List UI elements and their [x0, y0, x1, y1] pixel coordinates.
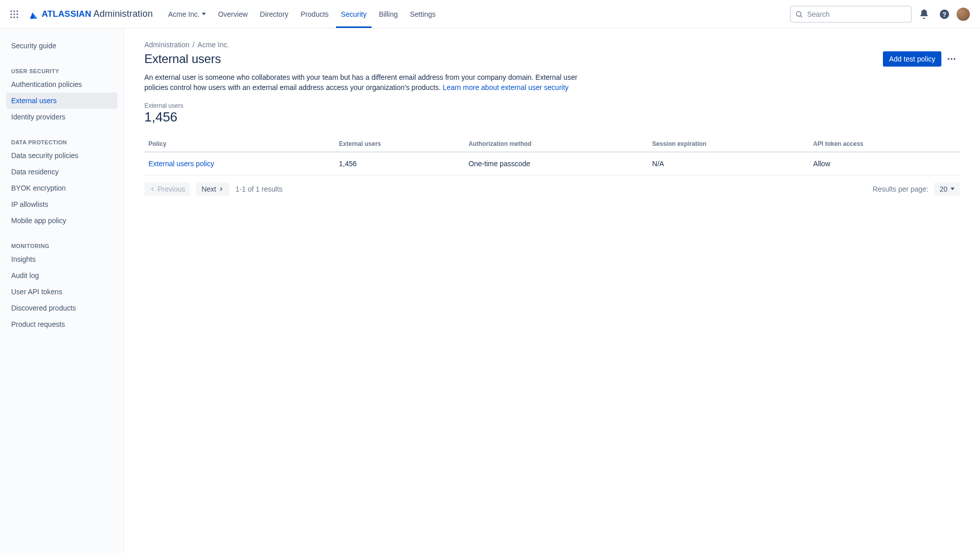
breadcrumb: Administration / Acme Inc.: [144, 41, 960, 49]
primary-nav: Acme Inc. Overview Directory Products Se…: [163, 0, 441, 28]
sidebar-item-external-users[interactable]: External users: [6, 93, 117, 109]
svg-point-2: [17, 10, 18, 12]
main-content: Administration / Acme Inc. External user…: [124, 28, 980, 553]
nav-directory[interactable]: Directory: [255, 0, 293, 28]
svg-text:?: ?: [942, 10, 946, 18]
nav-billing[interactable]: Billing: [374, 0, 403, 28]
app-switcher-icon: [10, 10, 19, 19]
cell-external-users: 1,456: [335, 152, 465, 175]
results-per-page-value: 20: [939, 185, 947, 193]
bell-icon: [918, 9, 930, 20]
svg-point-15: [954, 58, 955, 59]
sidebar-item-authentication-policies[interactable]: Authentication policies: [6, 76, 117, 93]
svg-point-0: [11, 10, 12, 12]
nav-products[interactable]: Products: [295, 0, 333, 28]
sidebar-item-user-api-tokens[interactable]: User API tokens: [6, 284, 117, 300]
table-header-row: Policy External users Authorization meth…: [144, 136, 960, 152]
nav-security[interactable]: Security: [336, 0, 372, 28]
nav-overview[interactable]: Overview: [213, 0, 253, 28]
sidebar-group-data-protection: DATA PROTECTION Data security policies D…: [6, 135, 117, 229]
sidebar-item-insights[interactable]: Insights: [6, 251, 117, 267]
breadcrumb-item-org[interactable]: Acme Inc.: [198, 41, 229, 49]
sidebar-item-data-security-policies[interactable]: Data security policies: [6, 147, 117, 164]
svg-point-3: [11, 13, 12, 15]
results-per-page-label: Results per page:: [873, 185, 929, 193]
svg-point-9: [797, 11, 801, 16]
sidebar-item-discovered-products[interactable]: Discovered products: [6, 300, 117, 316]
breadcrumb-item-administration[interactable]: Administration: [144, 41, 190, 49]
svg-point-1: [14, 10, 15, 12]
col-policy: Policy: [144, 136, 335, 152]
search-input[interactable]: [807, 10, 907, 18]
cell-session-expiration: N/A: [648, 152, 809, 175]
chevron-down-icon: [202, 13, 206, 15]
sidebar-item-identity-providers[interactable]: Identity providers: [6, 109, 117, 125]
sidebar-item-ip-allowlists[interactable]: IP allowlists: [6, 196, 117, 212]
sidebar-item-audit-log[interactable]: Audit log: [6, 267, 117, 284]
help-icon: ?: [939, 9, 950, 20]
external-users-stat-value: 1,456: [144, 109, 960, 125]
logo-brand-text: ATLASSIAN: [42, 9, 91, 19]
chevron-left-icon: [149, 186, 156, 192]
previous-page-button[interactable]: Previous: [144, 182, 190, 196]
svg-point-7: [14, 16, 15, 18]
avatar[interactable]: [957, 8, 970, 21]
top-header: ATLASSIAN Administration Acme Inc. Overv…: [0, 0, 980, 28]
search-box[interactable]: [790, 6, 912, 23]
nav-settings[interactable]: Settings: [405, 0, 441, 28]
org-selector-label: Acme Inc.: [168, 10, 200, 18]
svg-point-6: [11, 16, 12, 18]
svg-point-13: [948, 58, 950, 59]
add-test-policy-button[interactable]: Add test policy: [883, 51, 941, 67]
sidebar-security-guide[interactable]: Security guide: [6, 38, 117, 54]
col-auth-method: Authorization method: [465, 136, 648, 152]
search-icon: [795, 10, 803, 18]
learn-more-link[interactable]: Learn more about external user security: [443, 83, 568, 91]
col-session-expiration: Session expiration: [648, 136, 809, 152]
logo-product-text: Administration: [94, 9, 153, 19]
col-api-token-access: API token access: [809, 136, 960, 152]
sidebar-item-byok-encryption[interactable]: BYOK encryption: [6, 180, 117, 196]
policy-name-link[interactable]: External users policy: [148, 160, 214, 168]
svg-point-14: [951, 58, 952, 59]
pagination: Previous Next 1-1 of 1 results Results p…: [144, 182, 960, 196]
org-selector[interactable]: Acme Inc.: [163, 0, 211, 28]
results-per-page-select[interactable]: 20: [934, 182, 960, 196]
external-users-stat-label: External users: [144, 102, 960, 109]
svg-point-8: [17, 16, 18, 18]
next-label: Next: [201, 185, 216, 193]
notifications-button[interactable]: [916, 6, 932, 22]
sidebar: Security guide USER SECURITY Authenticat…: [0, 28, 124, 553]
sidebar-item-data-residency[interactable]: Data residency: [6, 164, 117, 180]
results-count: 1-1 of 1 results: [235, 185, 283, 193]
svg-line-10: [801, 15, 802, 17]
atlassian-icon: [28, 9, 40, 20]
sidebar-group-user-security: USER SECURITY Authentication policies Ex…: [6, 64, 117, 125]
sidebar-group-title: USER SECURITY: [6, 64, 117, 76]
sidebar-group-title: MONITORING: [6, 239, 117, 251]
chevron-right-icon: [218, 186, 224, 192]
cell-api-token: Allow: [809, 152, 960, 175]
page-description: An external user is someone who collabor…: [144, 72, 592, 93]
sidebar-item-mobile-app-policy[interactable]: Mobile app policy: [6, 212, 117, 229]
chevron-down-icon: [951, 188, 955, 190]
breadcrumb-separator: /: [193, 41, 195, 49]
svg-point-4: [14, 13, 15, 15]
table-row: External users policy 1,456 One-time pas…: [144, 152, 960, 175]
sidebar-item-product-requests[interactable]: Product requests: [6, 316, 117, 332]
logo[interactable]: ATLASSIAN Administration: [28, 9, 153, 20]
cell-auth-method: One-time passcode: [465, 152, 648, 175]
more-actions-button[interactable]: [943, 51, 960, 67]
next-page-button[interactable]: Next: [196, 182, 229, 196]
col-external-users: External users: [335, 136, 465, 152]
sidebar-group-title: DATA PROTECTION: [6, 135, 117, 147]
sidebar-group-monitoring: MONITORING Insights Audit log User API t…: [6, 239, 117, 332]
svg-point-5: [17, 13, 18, 15]
more-horizontal-icon: [946, 54, 957, 64]
page-title: External users: [144, 52, 221, 66]
policies-table: Policy External users Authorization meth…: [144, 136, 960, 175]
previous-label: Previous: [158, 185, 185, 193]
app-switcher-button[interactable]: [6, 6, 22, 22]
help-button[interactable]: ?: [936, 6, 953, 22]
